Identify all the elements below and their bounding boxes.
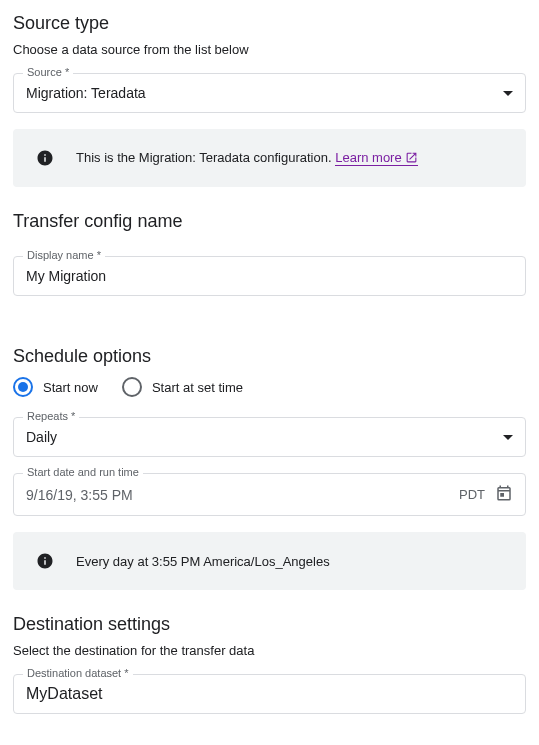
external-link-icon	[405, 151, 418, 164]
source-value: Migration: Teradata	[26, 85, 495, 101]
source-select[interactable]: Source * Migration: Teradata	[13, 73, 526, 113]
repeats-select[interactable]: Repeats * Daily	[13, 417, 526, 457]
source-type-title: Source type	[13, 13, 526, 34]
destination-dataset-input[interactable]	[26, 685, 513, 703]
display-name-input[interactable]	[26, 268, 513, 284]
chevron-down-icon	[503, 435, 513, 440]
schedule-info-box: Every day at 3:55 PM America/Los_Angeles	[13, 532, 526, 590]
info-icon	[34, 147, 56, 169]
destination-title: Destination settings	[13, 614, 526, 635]
calendar-icon[interactable]	[495, 484, 513, 505]
destination-dataset-field[interactable]: Destination dataset *	[13, 674, 526, 714]
source-info-box: This is the Migration: Teradata configur…	[13, 129, 526, 187]
start-at-set-time-radio[interactable]: Start at set time	[122, 377, 243, 397]
repeats-label: Repeats *	[23, 410, 79, 422]
info-icon	[34, 550, 56, 572]
display-name-label: Display name *	[23, 249, 105, 261]
radio-unchecked-icon	[122, 377, 142, 397]
repeats-value: Daily	[26, 429, 495, 445]
radio-checked-icon	[13, 377, 33, 397]
datetime-label: Start date and run time	[23, 466, 143, 478]
datetime-field[interactable]: Start date and run time PDT	[13, 473, 526, 516]
transfer-config-title: Transfer config name	[13, 211, 526, 232]
start-at-set-time-label: Start at set time	[152, 380, 243, 395]
datetime-input[interactable]	[26, 487, 459, 503]
datetime-tz: PDT	[459, 487, 485, 502]
chevron-down-icon	[503, 91, 513, 96]
schedule-title: Schedule options	[13, 346, 526, 367]
start-now-radio[interactable]: Start now	[13, 377, 98, 397]
start-now-label: Start now	[43, 380, 98, 395]
schedule-info-text: Every day at 3:55 PM America/Los_Angeles	[76, 554, 330, 569]
source-type-desc: Choose a data source from the list below	[13, 42, 526, 57]
destination-dataset-label: Destination dataset *	[23, 667, 133, 679]
display-name-field[interactable]: Display name *	[13, 256, 526, 296]
source-label: Source *	[23, 66, 73, 78]
learn-more-link[interactable]: Learn more	[335, 150, 417, 166]
destination-desc: Select the destination for the transfer …	[13, 643, 526, 658]
schedule-radio-group: Start now Start at set time	[13, 377, 526, 397]
source-info-text: This is the Migration: Teradata configur…	[76, 150, 418, 166]
